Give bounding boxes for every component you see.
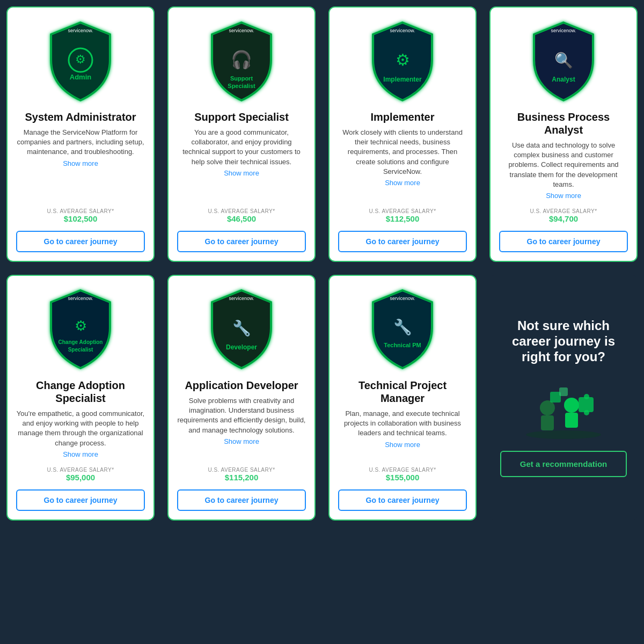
card-title-techpm: Technical Project Manager bbox=[338, 379, 467, 405]
svg-rect-28 bbox=[565, 413, 578, 428]
card-developer: servicenow. 🔧 Developer Application Deve… bbox=[167, 275, 316, 521]
card-admin: servicenow. ⚙ Admin System Administrator… bbox=[6, 6, 155, 262]
svg-rect-31 bbox=[584, 410, 589, 415]
salary-value-developer: $115,200 bbox=[225, 473, 259, 482]
svg-text:Admin: Admin bbox=[70, 73, 92, 81]
career-btn-analyst[interactable]: Go to career journey bbox=[499, 231, 628, 252]
card-change: servicenow. ⚙ Change Adoption Specialist… bbox=[6, 275, 155, 521]
badge-techpm: servicenow. 🔧 Technical PM bbox=[360, 287, 445, 372]
card-title-analyst: Business Process Analyst bbox=[499, 111, 628, 136]
svg-text:⚙: ⚙ bbox=[396, 51, 410, 69]
promo-illustration bbox=[521, 376, 606, 440]
career-btn-admin[interactable]: Go to career journey bbox=[16, 231, 145, 252]
card-desc-implementer: Work closely with clients to understand … bbox=[338, 128, 467, 177]
badge-change: servicenow. ⚙ Change Adoption Specialist bbox=[38, 287, 123, 372]
badge-implementer: servicenow. ⚙ Implementer bbox=[360, 18, 445, 104]
salary-value-support: $46,500 bbox=[227, 214, 256, 223]
career-btn-techpm[interactable]: Go to career journey bbox=[338, 489, 467, 511]
salary-label-implementer: U.S. AVERAGE SALARY* bbox=[369, 208, 436, 214]
show-more-implementer[interactable]: Show more bbox=[385, 179, 420, 187]
svg-point-24 bbox=[526, 430, 601, 439]
salary-label-change: U.S. AVERAGE SALARY* bbox=[47, 467, 114, 473]
svg-text:servicenow.: servicenow. bbox=[68, 296, 93, 301]
show-more-admin[interactable]: Show more bbox=[63, 159, 98, 167]
svg-text:🔍: 🔍 bbox=[554, 52, 573, 69]
card-desc-developer: Solve problems with creativity and imagi… bbox=[177, 396, 306, 435]
card-desc-analyst: Use data and technology to solve complex… bbox=[499, 141, 628, 189]
badge-analyst: servicenow. 🔍 Analyst bbox=[521, 18, 606, 104]
svg-text:⚙: ⚙ bbox=[75, 318, 87, 334]
career-btn-implementer[interactable]: Go to career journey bbox=[338, 231, 467, 252]
svg-point-27 bbox=[564, 398, 579, 413]
svg-rect-30 bbox=[584, 394, 589, 399]
card-analyst: servicenow. 🔍 Analyst Business Process A… bbox=[489, 6, 638, 262]
svg-text:servicenow.: servicenow. bbox=[390, 28, 415, 33]
card-desc-support: You are a good communicator, collaborato… bbox=[177, 128, 306, 167]
show-more-support[interactable]: Show more bbox=[224, 169, 259, 177]
career-btn-support[interactable]: Go to career journey bbox=[177, 231, 306, 252]
salary-label-techpm: U.S. AVERAGE SALARY* bbox=[369, 467, 436, 473]
svg-text:🎧: 🎧 bbox=[231, 49, 252, 70]
salary-value-admin: $102,500 bbox=[64, 214, 98, 223]
svg-text:⚙: ⚙ bbox=[75, 53, 86, 66]
salary-label-admin: U.S. AVERAGE SALARY* bbox=[47, 208, 114, 214]
show-more-change[interactable]: Show more bbox=[63, 450, 98, 458]
card-title-admin: System Administrator bbox=[25, 111, 136, 123]
card-desc-techpm: Plan, manage, and execute technical proj… bbox=[338, 409, 467, 438]
promo-card: Not sure which career journey is right f… bbox=[489, 275, 638, 521]
svg-rect-33 bbox=[559, 387, 568, 396]
svg-text:Implementer: Implementer bbox=[383, 76, 422, 83]
career-btn-change[interactable]: Go to career journey bbox=[16, 489, 145, 511]
card-techpm: servicenow. 🔧 Technical PM Technical Pro… bbox=[328, 275, 477, 521]
svg-text:Change Adoption: Change Adoption bbox=[58, 339, 103, 345]
show-more-developer[interactable]: Show more bbox=[224, 437, 259, 445]
svg-text:Specialist: Specialist bbox=[228, 83, 255, 89]
svg-text:Support: Support bbox=[230, 75, 253, 82]
svg-text:servicenow.: servicenow. bbox=[229, 296, 254, 301]
card-title-change: Change Adoption Specialist bbox=[16, 379, 145, 405]
salary-value-techpm: $155,000 bbox=[386, 473, 420, 482]
svg-rect-26 bbox=[541, 415, 554, 430]
salary-value-analyst: $94,700 bbox=[549, 214, 578, 223]
salary-label-analyst: U.S. AVERAGE SALARY* bbox=[530, 208, 597, 214]
svg-text:servicenow.: servicenow. bbox=[229, 28, 254, 33]
svg-text:🔧: 🔧 bbox=[393, 318, 412, 336]
badge-support: servicenow. 🎧 Support Specialist bbox=[199, 18, 284, 104]
recommend-btn[interactable]: Get a recommendation bbox=[500, 451, 627, 477]
show-more-analyst[interactable]: Show more bbox=[546, 192, 581, 200]
svg-text:servicenow.: servicenow. bbox=[390, 296, 415, 301]
promo-title: Not sure which career journey is right f… bbox=[500, 318, 627, 364]
svg-text:servicenow.: servicenow. bbox=[551, 28, 576, 33]
badge-admin: servicenow. ⚙ Admin bbox=[38, 18, 123, 104]
card-desc-admin: Manage the ServiceNow Platform for compa… bbox=[16, 128, 145, 157]
card-implementer: servicenow. ⚙ Implementer Implementer Wo… bbox=[328, 6, 477, 262]
svg-point-25 bbox=[540, 400, 555, 415]
svg-text:Specialist: Specialist bbox=[68, 347, 93, 353]
svg-text:Developer: Developer bbox=[226, 343, 257, 351]
card-title-implementer: Implementer bbox=[371, 111, 435, 123]
svg-text:Technical PM: Technical PM bbox=[384, 342, 421, 348]
card-support: servicenow. 🎧 Support Specialist Support… bbox=[167, 6, 316, 262]
svg-text:🔧: 🔧 bbox=[232, 319, 251, 337]
salary-value-implementer: $112,500 bbox=[386, 214, 420, 223]
svg-text:Analyst: Analyst bbox=[552, 76, 575, 83]
salary-label-support: U.S. AVERAGE SALARY* bbox=[208, 208, 275, 214]
career-btn-developer[interactable]: Go to career journey bbox=[177, 489, 306, 511]
svg-text:servicenow.: servicenow. bbox=[68, 28, 93, 33]
svg-rect-29 bbox=[579, 397, 594, 412]
salary-value-change: $95,000 bbox=[66, 473, 95, 482]
card-desc-change: You're empathetic, a good communicator, … bbox=[16, 409, 145, 448]
salary-label-developer: U.S. AVERAGE SALARY* bbox=[208, 467, 275, 473]
card-title-support: Support Specialist bbox=[194, 111, 289, 123]
card-title-developer: Application Developer bbox=[185, 379, 298, 392]
badge-developer: servicenow. 🔧 Developer bbox=[199, 287, 284, 372]
show-more-techpm[interactable]: Show more bbox=[385, 441, 420, 449]
